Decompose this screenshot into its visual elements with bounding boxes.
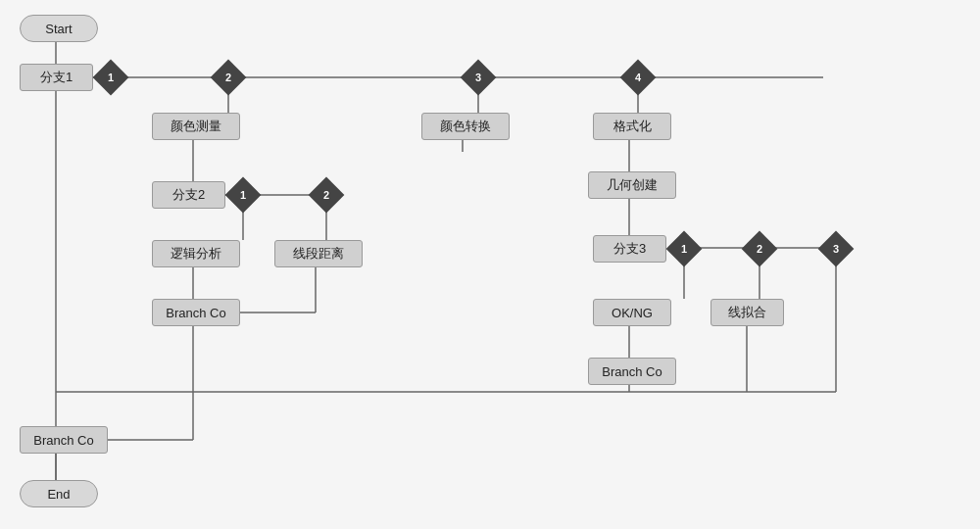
diamond-branch1-4: 4 xyxy=(625,65,651,90)
diamond-branch1-1-num: 1 xyxy=(98,65,123,90)
diamond-branch2-2-num: 2 xyxy=(314,182,339,208)
jihe-chuangjian-label: 几何创建 xyxy=(607,176,658,194)
yanse-zhuanhuan-label: 颜色转换 xyxy=(440,118,491,135)
diamond-branch3-3-num: 3 xyxy=(823,236,849,262)
branch-co-main-label: Branch Co xyxy=(33,433,93,448)
branch-co-branch3-node: Branch Co xyxy=(588,358,676,385)
ok-ng-node: OK/NG xyxy=(593,299,671,326)
luoji-fenxi-label: 逻辑分析 xyxy=(171,245,221,263)
diamond-branch1-2: 2 xyxy=(216,65,241,90)
diamond-branch3-2-num: 2 xyxy=(747,236,772,262)
ok-ng-label: OK/NG xyxy=(612,306,653,320)
end-label: End xyxy=(47,487,70,502)
branch-co-branch3-label: Branch Co xyxy=(602,364,662,379)
branch-co-inner-label: Branch Co xyxy=(166,306,225,320)
xianduan-juli-node: 线段距离 xyxy=(274,240,363,267)
diamond-branch3-3: 3 xyxy=(823,236,849,262)
branch2-node: 分支2 xyxy=(152,181,225,209)
diamond-branch1-4-num: 4 xyxy=(625,65,651,90)
diamond-branch3-2: 2 xyxy=(747,236,772,262)
branch-co-main-node: Branch Co xyxy=(20,426,108,454)
geshi-hua-label: 格式化 xyxy=(613,118,652,135)
yanse-celiang-node: 颜色测量 xyxy=(152,113,240,140)
diamond-branch2-1: 1 xyxy=(230,182,256,208)
xian-nihe-label: 线拟合 xyxy=(728,304,766,321)
geshi-hua-node: 格式化 xyxy=(593,113,671,140)
branch2-label: 分支2 xyxy=(172,186,205,204)
branch-co-inner-node: Branch Co xyxy=(152,299,240,326)
branch1-label: 分支1 xyxy=(40,69,73,86)
branch3-node: 分支3 xyxy=(593,235,666,263)
diamond-branch1-1: 1 xyxy=(98,65,123,90)
luoji-fenxi-node: 逻辑分析 xyxy=(152,240,240,267)
end-node: End xyxy=(20,480,98,507)
diamond-branch2-2: 2 xyxy=(314,182,339,208)
diamond-branch3-1: 1 xyxy=(671,236,697,262)
yanse-zhuanhuan-node: 颜色转换 xyxy=(421,113,510,140)
xianduan-juli-label: 线段距离 xyxy=(293,245,344,263)
diamond-branch1-3: 3 xyxy=(466,65,491,90)
yanse-celiang-label: 颜色测量 xyxy=(171,118,221,135)
diamond-branch1-3-num: 3 xyxy=(466,65,491,90)
start-label: Start xyxy=(45,22,72,36)
jihe-chuangjian-node: 几何创建 xyxy=(588,171,676,199)
xian-nihe-node: 线拟合 xyxy=(710,299,784,326)
start-node: Start xyxy=(20,15,98,42)
branch3-label: 分支3 xyxy=(613,240,646,258)
diamond-branch1-2-num: 2 xyxy=(216,65,241,90)
branch1-node: 分支1 xyxy=(20,64,93,91)
diamond-branch3-1-num: 1 xyxy=(671,236,697,262)
diagram-container: Start 分支1 1 2 3 4 颜色测量 分支2 1 2 xyxy=(0,0,980,529)
diamond-branch2-1-num: 1 xyxy=(230,182,256,208)
